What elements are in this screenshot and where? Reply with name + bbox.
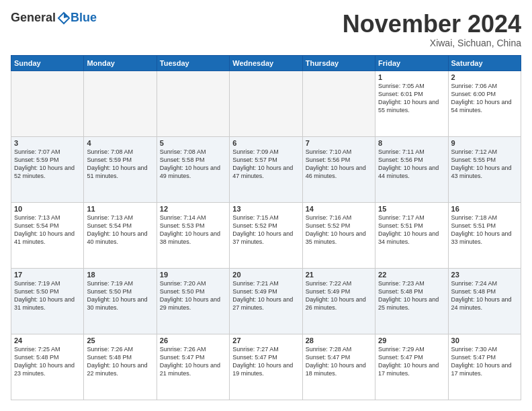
- table-row: 9Sunrise: 7:12 AM Sunset: 5:55 PM Daylig…: [448, 136, 521, 202]
- day-number: 26: [160, 336, 226, 345]
- day-number: 8: [378, 139, 445, 147]
- day-info: Sunrise: 7:23 AM Sunset: 5:48 PM Dayligh…: [378, 279, 445, 312]
- day-info: Sunrise: 7:22 AM Sunset: 5:49 PM Dayligh…: [306, 279, 372, 312]
- table-row: 16Sunrise: 7:18 AM Sunset: 5:51 PM Dayli…: [448, 202, 521, 268]
- day-info: Sunrise: 7:09 AM Sunset: 5:57 PM Dayligh…: [232, 148, 299, 181]
- table-row: 29Sunrise: 7:29 AM Sunset: 5:47 PM Dayli…: [375, 334, 448, 400]
- day-number: 14: [306, 205, 372, 213]
- table-row: 18Sunrise: 7:19 AM Sunset: 5:50 PM Dayli…: [84, 268, 157, 334]
- day-number: 20: [232, 271, 299, 279]
- table-row: 25Sunrise: 7:26 AM Sunset: 5:48 PM Dayli…: [84, 334, 157, 400]
- day-number: 15: [378, 205, 445, 213]
- logo-icon: [57, 11, 71, 25]
- day-info: Sunrise: 7:08 AM Sunset: 5:58 PM Dayligh…: [160, 148, 226, 181]
- table-row: 17Sunrise: 7:19 AM Sunset: 5:50 PM Dayli…: [11, 268, 84, 334]
- table-row: 20Sunrise: 7:21 AM Sunset: 5:49 PM Dayli…: [230, 268, 302, 334]
- day-info: Sunrise: 7:06 AM Sunset: 6:00 PM Dayligh…: [451, 82, 518, 115]
- table-row: 22Sunrise: 7:23 AM Sunset: 5:48 PM Dayli…: [375, 268, 448, 334]
- month-title: November 2024: [343, 11, 521, 38]
- day-info: Sunrise: 7:13 AM Sunset: 5:54 PM Dayligh…: [87, 214, 153, 246]
- table-row: [11, 71, 84, 136]
- table-row: 7Sunrise: 7:10 AM Sunset: 5:56 PM Daylig…: [302, 136, 375, 202]
- table-row: 21Sunrise: 7:22 AM Sunset: 5:49 PM Dayli…: [302, 268, 375, 334]
- day-number: 21: [306, 271, 372, 279]
- day-number: 6: [232, 139, 299, 147]
- col-wednesday: Wednesday: [230, 55, 302, 71]
- day-info: Sunrise: 7:05 AM Sunset: 6:01 PM Dayligh…: [378, 82, 445, 115]
- day-info: Sunrise: 7:16 AM Sunset: 5:52 PM Dayligh…: [306, 214, 372, 246]
- day-number: 16: [451, 205, 518, 213]
- table-row: 4Sunrise: 7:08 AM Sunset: 5:59 PM Daylig…: [84, 136, 157, 202]
- table-row: 15Sunrise: 7:17 AM Sunset: 5:51 PM Dayli…: [375, 202, 448, 268]
- table-row: 8Sunrise: 7:11 AM Sunset: 5:56 PM Daylig…: [375, 136, 448, 202]
- table-row: 26Sunrise: 7:26 AM Sunset: 5:47 PM Dayli…: [157, 334, 229, 400]
- table-row: 23Sunrise: 7:24 AM Sunset: 5:48 PM Dayli…: [448, 268, 521, 334]
- day-number: 17: [14, 271, 81, 279]
- logo-blue: Blue: [71, 11, 97, 25]
- day-info: Sunrise: 7:10 AM Sunset: 5:56 PM Dayligh…: [306, 148, 372, 181]
- day-info: Sunrise: 7:30 AM Sunset: 5:47 PM Dayligh…: [451, 345, 518, 378]
- day-number: 23: [451, 271, 518, 279]
- calendar-week-1: 3Sunrise: 7:07 AM Sunset: 5:59 PM Daylig…: [11, 136, 521, 202]
- day-info: Sunrise: 7:28 AM Sunset: 5:47 PM Dayligh…: [306, 345, 372, 378]
- col-thursday: Thursday: [302, 55, 375, 71]
- day-info: Sunrise: 7:17 AM Sunset: 5:51 PM Dayligh…: [378, 214, 445, 246]
- day-number: 10: [14, 205, 81, 213]
- table-row: 24Sunrise: 7:25 AM Sunset: 5:48 PM Dayli…: [11, 334, 84, 400]
- table-row: 30Sunrise: 7:30 AM Sunset: 5:47 PM Dayli…: [448, 334, 521, 400]
- title-section: November 2024 Xiwai, Sichuan, China: [343, 11, 521, 48]
- day-number: 3: [14, 139, 81, 147]
- day-number: 22: [378, 271, 445, 279]
- table-row: 11Sunrise: 7:13 AM Sunset: 5:54 PM Dayli…: [84, 202, 157, 268]
- table-row: 14Sunrise: 7:16 AM Sunset: 5:52 PM Dayli…: [302, 202, 375, 268]
- day-number: 29: [378, 336, 445, 345]
- calendar: Sunday Monday Tuesday Wednesday Thursday…: [11, 55, 521, 400]
- table-row: [84, 71, 157, 136]
- calendar-header-row: Sunday Monday Tuesday Wednesday Thursday…: [11, 55, 521, 71]
- col-saturday: Saturday: [448, 55, 521, 71]
- location: Xiwai, Sichuan, China: [343, 38, 521, 48]
- col-friday: Friday: [375, 55, 448, 71]
- day-number: 27: [232, 336, 299, 345]
- day-number: 9: [451, 139, 518, 147]
- table-row: 1Sunrise: 7:05 AM Sunset: 6:01 PM Daylig…: [375, 71, 448, 136]
- col-sunday: Sunday: [11, 55, 84, 71]
- day-info: Sunrise: 7:08 AM Sunset: 5:59 PM Dayligh…: [87, 148, 153, 181]
- day-info: Sunrise: 7:26 AM Sunset: 5:48 PM Dayligh…: [87, 345, 153, 378]
- page: General Blue November 2024 Xiwai, Sichua…: [0, 0, 532, 411]
- day-info: Sunrise: 7:07 AM Sunset: 5:59 PM Dayligh…: [14, 148, 81, 181]
- day-info: Sunrise: 7:29 AM Sunset: 5:47 PM Dayligh…: [378, 345, 445, 378]
- day-info: Sunrise: 7:14 AM Sunset: 5:53 PM Dayligh…: [160, 214, 226, 246]
- day-info: Sunrise: 7:19 AM Sunset: 5:50 PM Dayligh…: [87, 279, 153, 312]
- logo: General Blue: [11, 11, 97, 25]
- calendar-week-0: 1Sunrise: 7:05 AM Sunset: 6:01 PM Daylig…: [11, 71, 521, 136]
- day-info: Sunrise: 7:20 AM Sunset: 5:50 PM Dayligh…: [160, 279, 226, 312]
- table-row: [230, 71, 302, 136]
- day-info: Sunrise: 7:24 AM Sunset: 5:48 PM Dayligh…: [451, 279, 518, 312]
- logo-general: General: [11, 11, 56, 25]
- logo-text: General Blue: [11, 11, 97, 25]
- day-info: Sunrise: 7:13 AM Sunset: 5:54 PM Dayligh…: [14, 214, 81, 246]
- day-number: 2: [451, 73, 518, 81]
- day-number: 13: [232, 205, 299, 213]
- day-info: Sunrise: 7:15 AM Sunset: 5:52 PM Dayligh…: [232, 214, 299, 246]
- table-row: [157, 71, 229, 136]
- day-info: Sunrise: 7:19 AM Sunset: 5:50 PM Dayligh…: [14, 279, 81, 312]
- table-row: 27Sunrise: 7:27 AM Sunset: 5:47 PM Dayli…: [230, 334, 302, 400]
- table-row: 19Sunrise: 7:20 AM Sunset: 5:50 PM Dayli…: [157, 268, 229, 334]
- day-info: Sunrise: 7:11 AM Sunset: 5:56 PM Dayligh…: [378, 148, 445, 181]
- table-row: 13Sunrise: 7:15 AM Sunset: 5:52 PM Dayli…: [230, 202, 302, 268]
- day-number: 30: [451, 336, 518, 345]
- day-number: 4: [87, 139, 153, 147]
- day-number: 18: [87, 271, 153, 279]
- table-row: 6Sunrise: 7:09 AM Sunset: 5:57 PM Daylig…: [230, 136, 302, 202]
- col-monday: Monday: [84, 55, 157, 71]
- day-info: Sunrise: 7:21 AM Sunset: 5:49 PM Dayligh…: [232, 279, 299, 312]
- day-number: 28: [306, 336, 372, 345]
- table-row: 2Sunrise: 7:06 AM Sunset: 6:00 PM Daylig…: [448, 71, 521, 136]
- day-number: 19: [160, 271, 226, 279]
- calendar-week-3: 17Sunrise: 7:19 AM Sunset: 5:50 PM Dayli…: [11, 268, 521, 334]
- day-info: Sunrise: 7:12 AM Sunset: 5:55 PM Dayligh…: [451, 148, 518, 181]
- day-info: Sunrise: 7:25 AM Sunset: 5:48 PM Dayligh…: [14, 345, 81, 378]
- col-tuesday: Tuesday: [157, 55, 229, 71]
